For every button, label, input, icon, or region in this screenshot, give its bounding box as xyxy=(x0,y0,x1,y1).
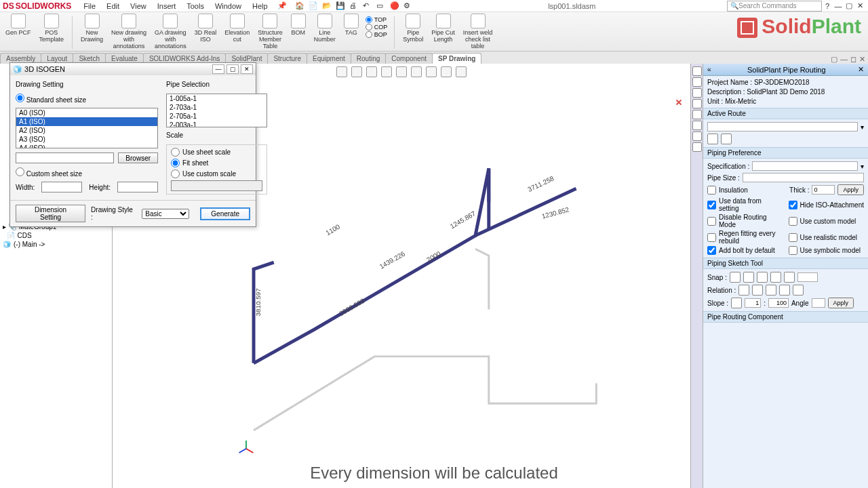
rel-5-icon[interactable] xyxy=(793,285,804,296)
rb-axis-radios[interactable]: TOP COP BOP xyxy=(366,14,388,38)
slope-b[interactable] xyxy=(768,298,789,308)
tp-file-explorer-icon[interactable] xyxy=(692,99,702,108)
view-hide-icon[interactable] xyxy=(411,66,422,77)
print-icon[interactable]: 🖨 xyxy=(349,1,359,11)
tp-custom-icon[interactable] xyxy=(692,131,702,141)
browser-button[interactable]: Browser xyxy=(118,152,158,163)
rb-elevation-cut[interactable]: Elevation cut xyxy=(223,14,251,43)
view-orbit-icon[interactable] xyxy=(336,66,347,77)
regen-check[interactable] xyxy=(707,233,716,242)
scale-sheet-radio[interactable]: Use sheet scale xyxy=(171,148,262,157)
select-icon[interactable]: ▭ xyxy=(376,1,386,11)
rb-bom[interactable]: BOM xyxy=(290,14,307,37)
home-icon[interactable]: 🏠 xyxy=(295,1,304,11)
rb-pos-template[interactable]: POS Template xyxy=(38,14,66,43)
sheet-path-field[interactable] xyxy=(16,152,114,163)
use-custom-check[interactable] xyxy=(789,217,797,226)
pipe-list[interactable]: 1-005a-1 2-703a-1 2-705a-1 2-003a-1 2-00… xyxy=(166,94,267,127)
snap-5-icon[interactable] xyxy=(784,272,795,283)
view-section-icon[interactable] xyxy=(381,66,392,77)
add-bolt-check[interactable] xyxy=(707,246,716,255)
dimension-setting-button[interactable]: Dimension Setting xyxy=(16,205,85,222)
view-display-icon[interactable] xyxy=(396,66,407,77)
rb-3d-real-iso[interactable]: 3D Real ISO xyxy=(193,14,218,43)
rebuild-icon[interactable]: 🔴 xyxy=(390,1,399,11)
doc-min-icon[interactable]: — xyxy=(840,55,848,64)
thick-field[interactable] xyxy=(812,185,835,195)
ar-icon-2[interactable] xyxy=(721,134,732,144)
tab-component[interactable]: Component xyxy=(385,53,433,64)
snap-4-icon[interactable] xyxy=(770,272,781,283)
options-icon[interactable]: ⚙ xyxy=(403,1,413,11)
dlg-min-icon[interactable]: — xyxy=(212,64,224,74)
tab-structure[interactable]: Structure xyxy=(267,53,307,64)
view-appearance-icon[interactable] xyxy=(426,66,437,77)
sheet-size-list[interactable]: A0 (ISO) A1 (ISO) A2 (ISO) A3 (ISO) A4 (… xyxy=(16,108,158,148)
rel-3-icon[interactable] xyxy=(766,285,776,296)
slope-a[interactable] xyxy=(745,298,761,308)
disable-routing-check[interactable] xyxy=(707,217,716,226)
panel-collapse-icon[interactable]: « xyxy=(707,66,711,73)
view-scene-icon[interactable] xyxy=(441,66,452,77)
close-overlay-icon[interactable] xyxy=(674,98,684,107)
active-route-field[interactable] xyxy=(707,122,858,131)
dlg-close-icon[interactable]: ✕ xyxy=(241,64,253,74)
rb-new-drawing-anno[interactable]: New drawing with annotations xyxy=(110,14,148,50)
width-field[interactable] xyxy=(41,182,82,192)
view-settings-icon[interactable] xyxy=(456,66,467,77)
search-commands[interactable]: 🔍 Search Commands xyxy=(727,1,822,12)
snap-3-icon[interactable] xyxy=(757,272,768,283)
custom-sheet-radio[interactable]: Custom sheet size xyxy=(16,167,158,178)
maximize-icon[interactable]: ▢ xyxy=(844,1,854,10)
rel-4-icon[interactable] xyxy=(779,285,790,296)
rb-pipe-cut-length[interactable]: Pipe Cut Length xyxy=(430,14,456,43)
angle-field[interactable] xyxy=(812,298,825,308)
pipe-size-field[interactable] xyxy=(743,173,864,182)
scale-custom-radio[interactable]: Use custom scale xyxy=(171,169,262,178)
open-icon[interactable]: 📂 xyxy=(322,1,332,11)
generate-button[interactable]: Generate xyxy=(200,207,250,220)
doc-max-icon[interactable]: ◻ xyxy=(850,55,856,64)
tab-equipment[interactable]: Equipment xyxy=(307,53,351,64)
doc-restore-icon[interactable]: ▢ xyxy=(831,55,837,64)
tree-cds[interactable]: 📄CDS xyxy=(3,231,109,240)
rb-pipe-symbol[interactable]: Pipe Symbol xyxy=(401,14,425,43)
tab-sp-drawing[interactable]: SP Drawing xyxy=(432,53,481,64)
snap-2-icon[interactable] xyxy=(743,272,754,283)
new-icon[interactable]: 📄 xyxy=(309,1,318,11)
tab-routing[interactable]: Routing xyxy=(351,53,386,64)
dlg-max-icon[interactable]: ▢ xyxy=(226,64,239,74)
view-pan-icon[interactable] xyxy=(366,66,377,77)
rb-ga-drawing[interactable]: GA drawing with annotations xyxy=(153,14,188,50)
rb-line-number[interactable]: Line Number xyxy=(313,14,337,43)
tp-appearances-icon[interactable] xyxy=(692,121,702,130)
use-symbolic-check[interactable] xyxy=(789,246,797,255)
rb-struct-member[interactable]: Structure Member Table xyxy=(256,14,284,50)
tree-main[interactable]: 🧊(-) Main -> xyxy=(3,240,109,249)
dropdown-icon[interactable]: ▾ xyxy=(861,123,864,131)
view-zoom-icon[interactable] xyxy=(351,66,362,77)
standard-sheet-radio[interactable]: Standard sheet size xyxy=(16,94,158,104)
save-icon[interactable]: 💾 xyxy=(336,1,345,11)
menu-help[interactable]: Help xyxy=(247,2,273,10)
rb-new-drawing[interactable]: New Drawing xyxy=(79,14,104,43)
drawing-style-select[interactable]: Basic xyxy=(142,209,189,219)
doc-close-icon[interactable]: ✕ xyxy=(859,55,865,64)
tp-design-lib-icon[interactable] xyxy=(692,88,702,98)
slope-icon[interactable] xyxy=(731,298,742,308)
rb-tag[interactable]: TAG xyxy=(342,14,360,37)
menu-edit[interactable]: Edit xyxy=(101,2,125,10)
tp-sp-icon[interactable] xyxy=(692,142,702,152)
close-icon[interactable]: ✕ xyxy=(854,1,865,10)
use-realistic-check[interactable] xyxy=(789,233,797,242)
menu-view[interactable]: View xyxy=(125,2,152,10)
use-data-check[interactable] xyxy=(707,201,716,209)
menu-file[interactable]: File xyxy=(78,2,101,10)
menu-insert[interactable]: Insert xyxy=(152,2,182,10)
ar-icon-1[interactable] xyxy=(707,134,718,144)
rel-1-icon[interactable] xyxy=(738,285,749,296)
scale-fit-radio[interactable]: Fit sheet xyxy=(171,159,262,167)
menu-window[interactable]: Window xyxy=(210,2,247,10)
minimize-icon[interactable]: — xyxy=(833,2,844,10)
apply-slope[interactable]: Apply xyxy=(828,298,854,308)
